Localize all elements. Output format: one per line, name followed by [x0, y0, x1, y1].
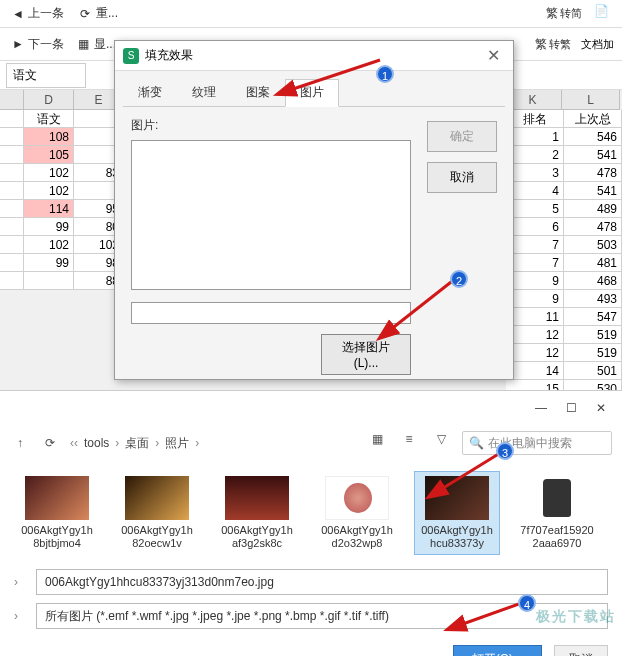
cell[interactable]: 519: [564, 326, 622, 344]
row-num[interactable]: [0, 164, 24, 182]
cell[interactable]: 102: [24, 182, 74, 200]
cancel-button[interactable]: 取消: [427, 162, 497, 193]
dropdown-icon[interactable]: ›: [14, 609, 28, 623]
name-box[interactable]: 语文: [6, 63, 86, 88]
filter-icon[interactable]: ▽: [430, 432, 452, 454]
tab-gradient[interactable]: 渐变: [123, 79, 177, 106]
tab-texture[interactable]: 纹理: [177, 79, 231, 106]
minimize-icon[interactable]: —: [528, 395, 554, 421]
row-num[interactable]: [0, 128, 24, 146]
hdr-D[interactable]: 语文: [24, 110, 74, 128]
tab-picture[interactable]: 图片: [285, 79, 339, 107]
cell[interactable]: [24, 272, 74, 290]
cell[interactable]: 99: [24, 218, 74, 236]
cell[interactable]: 493: [564, 290, 622, 308]
file-open-dialog: — ☐ ✕ ↑ ⟳ ‹‹ tools› 桌面› 照片› ▦ ≡ ▽ 🔍在此电脑中…: [0, 390, 622, 656]
cell[interactable]: 478: [564, 218, 622, 236]
cell[interactable]: 12: [506, 326, 564, 344]
row-num[interactable]: [0, 182, 24, 200]
cell[interactable]: 468: [564, 272, 622, 290]
fill-effects-dialog: S 填充效果 ✕ 渐变 纹理 图案 图片 图片: 选择图片(L)... 确定 取…: [114, 40, 514, 380]
row-num[interactable]: [0, 200, 24, 218]
cell[interactable]: 11: [506, 308, 564, 326]
cell[interactable]: 9: [506, 290, 564, 308]
filename-input[interactable]: [36, 569, 608, 595]
row-num[interactable]: [0, 254, 24, 272]
chevron-icon: ‹‹: [70, 436, 78, 450]
cell[interactable]: 546: [564, 128, 622, 146]
row-num[interactable]: [0, 236, 24, 254]
close-icon[interactable]: ✕: [481, 44, 505, 68]
view-mode-icon[interactable]: ▦: [366, 432, 388, 454]
maximize-icon[interactable]: ☐: [558, 395, 584, 421]
cell[interactable]: 5: [506, 200, 564, 218]
cell[interactable]: 14: [506, 362, 564, 380]
hdr-K[interactable]: 排名: [506, 110, 564, 128]
file-item[interactable]: 006AkgtYgy1h8bjtbjmo4: [14, 471, 100, 555]
thumbnail: [525, 476, 589, 520]
cell[interactable]: 3: [506, 164, 564, 182]
sort-icon[interactable]: ≡: [398, 432, 420, 454]
cell[interactable]: 489: [564, 200, 622, 218]
doc-add-label: 文档加: [581, 37, 614, 52]
cell[interactable]: 7: [506, 236, 564, 254]
refresh-icon[interactable]: ⟳: [40, 433, 60, 453]
cell[interactable]: 99: [24, 254, 74, 272]
file-item[interactable]: 006AkgtYgy1hd2o32wp8: [314, 471, 400, 555]
doc-add-btn[interactable]: 📄: [594, 4, 614, 24]
cell[interactable]: 501: [564, 362, 622, 380]
row-num[interactable]: [0, 218, 24, 236]
breadcrumb[interactable]: ‹‹ tools› 桌面› 照片›: [70, 433, 356, 454]
cell[interactable]: 12: [506, 344, 564, 362]
cancel-button[interactable]: 取消: [554, 645, 608, 656]
cell[interactable]: 114: [24, 200, 74, 218]
cell[interactable]: 6: [506, 218, 564, 236]
picture-path-input[interactable]: [131, 302, 411, 324]
cell[interactable]: 105: [24, 146, 74, 164]
col-D[interactable]: D: [24, 90, 74, 110]
cell[interactable]: 7: [506, 254, 564, 272]
file-item[interactable]: 006AkgtYgy1hhcu83373y: [414, 471, 500, 555]
tab-pattern[interactable]: 图案: [231, 79, 285, 106]
picture-preview: [131, 140, 411, 290]
cell[interactable]: 102: [24, 236, 74, 254]
dialog-title: 填充效果: [145, 47, 193, 64]
search-input[interactable]: 🔍在此电脑中搜索: [462, 431, 612, 455]
cell[interactable]: 481: [564, 254, 622, 272]
up-icon[interactable]: ↑: [10, 433, 30, 453]
simplify-btn[interactable]: 繁转简: [542, 3, 586, 24]
file-item[interactable]: 7f707eaf159202aaa6970: [514, 471, 600, 555]
next-btn[interactable]: ►下一条: [8, 34, 68, 55]
file-item[interactable]: 006AkgtYgy1h82oecw1v: [114, 471, 200, 555]
cell[interactable]: 1: [506, 128, 564, 146]
cell[interactable]: 547: [564, 308, 622, 326]
row-hdr-corner[interactable]: [0, 90, 24, 110]
cell[interactable]: 102: [24, 164, 74, 182]
left-columns: 语文 10810510283102114959980102102999888: [0, 110, 124, 290]
file-item[interactable]: 006AkgtYgy1haf3g2sk8c: [214, 471, 300, 555]
cell[interactable]: 541: [564, 146, 622, 164]
cell[interactable]: 108: [24, 128, 74, 146]
cell[interactable]: 519: [564, 344, 622, 362]
row-num[interactable]: [0, 146, 24, 164]
cell[interactable]: 2: [506, 146, 564, 164]
col-L[interactable]: L: [562, 90, 620, 110]
row-num[interactable]: [0, 272, 24, 290]
cell[interactable]: 541: [564, 182, 622, 200]
dialog-titlebar[interactable]: S 填充效果 ✕: [115, 41, 513, 71]
hdr-L[interactable]: 上次总: [564, 110, 622, 128]
cell[interactable]: 4: [506, 182, 564, 200]
cell[interactable]: 9: [506, 272, 564, 290]
cell[interactable]: 478: [564, 164, 622, 182]
open-button[interactable]: 打开(O)▾: [453, 645, 542, 656]
prev-btn[interactable]: ◄上一条: [8, 3, 68, 24]
row-num[interactable]: [0, 110, 24, 128]
doc-icon: 📄: [594, 4, 614, 24]
refresh-btn[interactable]: ⟳重...: [76, 3, 122, 24]
ok-button[interactable]: 确定: [427, 121, 497, 152]
dropdown-icon[interactable]: ›: [14, 575, 28, 589]
select-picture-button[interactable]: 选择图片(L)...: [321, 334, 411, 375]
cell[interactable]: 503: [564, 236, 622, 254]
close-icon[interactable]: ✕: [588, 395, 614, 421]
trad-btn[interactable]: 繁转繁: [531, 34, 575, 55]
